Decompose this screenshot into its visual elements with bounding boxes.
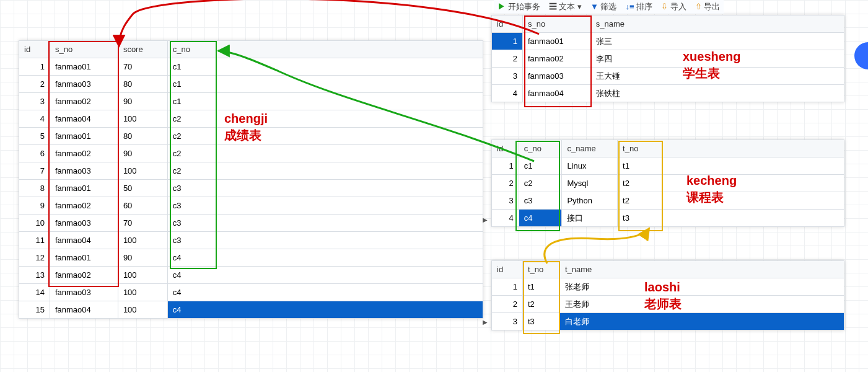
table-cell[interactable]: c1 xyxy=(167,58,483,76)
table-cell[interactable]: c3 xyxy=(167,197,483,215)
table-cell[interactable]: fanmao02 xyxy=(50,145,118,162)
table-row[interactable]: 2c2Mysqlt2 xyxy=(492,175,844,192)
table-cell[interactable]: Python xyxy=(562,192,618,210)
table-cell[interactable]: 70 xyxy=(118,215,167,232)
table-kecheng[interactable]: idc_noc_namet_no1c1Linuxt12c2Mysqlt23c3P… xyxy=(491,140,844,227)
table-cell[interactable]: c2 xyxy=(167,110,483,128)
table-cell[interactable]: 4 xyxy=(492,85,523,102)
table-cell[interactable]: c4 xyxy=(167,267,483,284)
table-cell[interactable]: 3 xyxy=(492,313,523,330)
table-cell[interactable]: Linux xyxy=(562,157,618,175)
table-cell[interactable]: c2 xyxy=(167,128,483,145)
table-row[interactable]: 8fanmao0150c3 xyxy=(19,180,483,197)
toolbar-import[interactable]: ⇩ 导入 xyxy=(661,1,686,12)
table-cell[interactable]: c4 xyxy=(167,249,483,267)
table-cell[interactable]: fanmao04 xyxy=(50,110,118,128)
table-cell[interactable]: 3 xyxy=(492,68,523,85)
table-cell[interactable]: Mysql xyxy=(562,175,618,192)
table-cell[interactable]: 2 xyxy=(19,76,50,93)
table-row[interactable]: 3c3Pythont2 xyxy=(492,192,844,210)
table-cell[interactable]: fanmao03 xyxy=(50,162,118,180)
table-row[interactable]: 2fanmao0380c1 xyxy=(19,76,483,93)
table-cell[interactable]: 15 xyxy=(19,301,50,319)
table-cell[interactable]: fanmao04 xyxy=(522,85,590,102)
table-cell[interactable]: 4 xyxy=(19,110,50,128)
table-cell[interactable]: 100 xyxy=(118,232,167,249)
table-row[interactable]: 1fanmao01张三 xyxy=(492,33,844,50)
table-row[interactable]: 2fanmao02李四 xyxy=(492,50,844,68)
table-cell[interactable]: fanmao03 xyxy=(50,76,118,93)
table-chengji[interactable]: ids_noscorec_no1fanmao0170c12fanmao0380c… xyxy=(19,40,483,319)
column-header[interactable]: id xyxy=(492,261,523,278)
table-cell[interactable]: 11 xyxy=(19,232,50,249)
table-cell[interactable]: fanmao01 xyxy=(50,180,118,197)
table-cell[interactable]: fanmao02 xyxy=(50,197,118,215)
table-cell[interactable]: 4 xyxy=(492,210,519,227)
table-row[interactable]: 1c1Linuxt1 xyxy=(492,157,844,175)
table-cell[interactable]: fanmao01 xyxy=(50,128,118,145)
table-cell[interactable]: 80 xyxy=(118,76,167,93)
table-cell[interactable]: fanmao01 xyxy=(50,249,118,267)
table-cell[interactable]: 60 xyxy=(118,197,167,215)
table-cell[interactable]: fanmao01 xyxy=(50,58,118,76)
column-header[interactable]: id xyxy=(492,140,519,157)
column-header[interactable]: s_no xyxy=(50,41,118,58)
table-cell[interactable]: fanmao03 xyxy=(50,215,118,232)
table-cell[interactable]: 90 xyxy=(118,93,167,110)
table-cell[interactable]: fanmao01 xyxy=(522,33,590,50)
table-row[interactable]: 3fanmao03王大锤 xyxy=(492,68,844,85)
table-cell[interactable]: 1 xyxy=(492,278,523,296)
column-header[interactable]: t_name xyxy=(559,261,844,278)
table-cell[interactable]: 100 xyxy=(118,284,167,301)
table-cell[interactable]: c4 xyxy=(519,210,562,227)
table-cell[interactable]: fanmao02 xyxy=(50,93,118,110)
table-cell[interactable]: t3 xyxy=(522,313,559,330)
table-cell[interactable]: 1 xyxy=(19,58,50,76)
table-cell[interactable]: 7 xyxy=(19,162,50,180)
table-cell[interactable]: 100 xyxy=(118,301,167,319)
table-cell[interactable]: 80 xyxy=(118,128,167,145)
table-cell[interactable]: c4 xyxy=(167,301,483,319)
table-cell[interactable]: fanmao04 xyxy=(50,301,118,319)
table-row[interactable]: 10fanmao0370c3 xyxy=(19,215,483,232)
table-cell[interactable]: fanmao04 xyxy=(50,232,118,249)
column-header[interactable]: s_no xyxy=(522,16,590,33)
table-row[interactable]: 4c4接口t3 xyxy=(492,210,844,227)
table-cell[interactable]: 14 xyxy=(19,284,50,301)
table-row[interactable]: 12fanmao0190c4 xyxy=(19,249,483,267)
table-cell[interactable]: 12 xyxy=(19,249,50,267)
table-cell[interactable]: c2 xyxy=(519,175,562,192)
toolbar-start[interactable]: ▶ 开始事务 xyxy=(498,1,540,12)
column-header[interactable]: id xyxy=(492,16,523,33)
table-cell[interactable]: t2 xyxy=(522,296,559,313)
table-xuesheng[interactable]: ids_nos_name1fanmao01张三2fanmao02李四3fanma… xyxy=(491,15,844,102)
toolbar-sort[interactable]: ↓≡ 排序 xyxy=(625,1,652,12)
toolbar-export[interactable]: ⇧ 导出 xyxy=(695,1,721,12)
column-header[interactable]: t_no xyxy=(522,261,559,278)
table-cell[interactable]: 白老师 xyxy=(559,313,844,330)
table-cell[interactable]: 2 xyxy=(492,175,519,192)
column-header[interactable]: score xyxy=(118,41,167,58)
table-cell[interactable]: 100 xyxy=(118,162,167,180)
table-row[interactable]: 15fanmao04100c4 xyxy=(19,301,483,319)
table-cell[interactable]: fanmao02 xyxy=(522,50,590,68)
table-cell[interactable]: 90 xyxy=(118,145,167,162)
table-cell[interactable]: 13 xyxy=(19,267,50,284)
column-header[interactable]: c_name xyxy=(562,140,618,157)
table-row[interactable]: 11fanmao04100c3 xyxy=(19,232,483,249)
table-cell[interactable]: 8 xyxy=(19,180,50,197)
table-cell[interactable]: 张铁柱 xyxy=(590,85,844,102)
table-cell[interactable]: c3 xyxy=(519,192,562,210)
table-cell[interactable]: t1 xyxy=(522,278,559,296)
table-cell[interactable]: 10 xyxy=(19,215,50,232)
table-cell[interactable]: 90 xyxy=(118,249,167,267)
table-cell[interactable]: 1 xyxy=(492,157,519,175)
table-cell[interactable]: c2 xyxy=(167,162,483,180)
table-cell[interactable]: 王老师 xyxy=(559,296,844,313)
column-header[interactable]: c_no xyxy=(519,140,562,157)
column-header[interactable]: s_name xyxy=(590,16,844,33)
table-cell[interactable]: c1 xyxy=(167,93,483,110)
table-row[interactable]: 6fanmao0290c2 xyxy=(19,145,483,162)
table-cell[interactable]: 100 xyxy=(118,110,167,128)
table-row[interactable]: 7fanmao03100c2 xyxy=(19,162,483,180)
